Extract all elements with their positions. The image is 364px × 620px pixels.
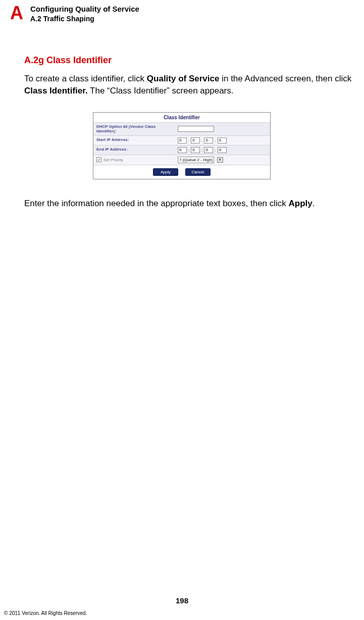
intro-paragraph: To create a class identifier, click Qual… [24,73,362,97]
page-number: 198 [0,596,364,605]
end-ip-octet-3[interactable]: 0 [204,147,213,153]
text-span: Enter the information needed in the appr… [24,199,289,208]
text-span: The “Class Identifier” screen appears. [88,86,234,96]
text-span: . [313,199,315,208]
label-end-ip: End IP Address: [93,146,175,155]
class-identifier-screen: Class Identifier DHCP Option 60 (Vendor … [93,112,271,179]
priority-select-value: 7 (Queue 2 - High) [179,158,213,162]
end-ip-octet-4[interactable]: 0 [218,147,227,153]
priority-checkbox[interactable]: ✓ [96,157,101,162]
row-start-ip: Start IP Address: 0. 0. 0. 0 [93,135,270,145]
chapter-subtitle: A.2 Traffic Shaping [30,14,139,24]
chapter-title: Configuring Quality of Service [30,4,139,14]
section-heading: A.2g Class Identifier [24,55,353,66]
dot-icon: . [188,138,189,142]
row-end-ip: End IP Address: 0. 0. 0. 0 [93,145,270,155]
label-priority-wrap: ✓ Set Priority [93,155,175,165]
label-priority: Set Priority [103,158,123,163]
row-dhcp: DHCP Option 60 (Vendor Class Identifier)… [93,122,270,135]
copyright: © 2011 Verizon. All Rights Reserved. [4,610,87,616]
field-dhcp [175,123,270,135]
apply-button[interactable]: Apply [153,168,178,176]
appendix-letter: A [10,4,23,22]
dot-icon: . [188,148,189,152]
dot-icon: . [201,148,202,152]
label-start-ip: Start IP Address: [93,136,175,145]
priority-select[interactable]: 7 (Queue 2 - High) [178,157,214,163]
dhcp-input[interactable] [178,126,214,132]
field-start-ip: 0. 0. 0. 0 [175,136,270,145]
start-ip-octet-1[interactable]: 0 [178,137,187,144]
button-row: Apply Cancel [93,165,270,179]
chevron-down-icon[interactable]: ▾ [217,157,223,163]
shot-title: Class Identifier [93,113,270,122]
qos-link-text: Quality of Service [147,74,220,83]
field-end-ip: 0. 0. 0. 0 [175,146,270,155]
apply-text: Apply [289,199,313,208]
start-ip-octet-4[interactable]: 0 [218,137,227,144]
header-text-block: Configuring Quality of Service A.2 Traff… [30,4,139,24]
cancel-button[interactable]: Cancel [185,168,211,176]
end-ip-octet-2[interactable]: 0 [191,147,200,153]
apply-paragraph: Enter the information needed in the appr… [24,198,362,210]
dot-icon: . [201,138,202,142]
dot-icon: . [215,138,216,142]
start-ip-octet-3[interactable]: 0 [204,137,213,144]
field-priority: 7 (Queue 2 - High) ▾ [175,155,270,165]
start-ip-octet-2[interactable]: 0 [191,137,200,144]
text-span: To create a class identifier, click [24,74,147,83]
dot-icon: . [215,148,216,152]
row-priority: ✓ Set Priority 7 (Queue 2 - High) ▾ [93,155,270,165]
page-header: A Configuring Quality of Service A.2 Tra… [10,4,353,24]
class-identifier-link-text: Class Identifier. [24,86,88,96]
text-span: in the Advanced screen, then click [219,74,351,83]
label-dhcp: DHCP Option 60 (Vendor Class Identifier)… [93,123,175,135]
end-ip-octet-1[interactable]: 0 [178,147,187,153]
